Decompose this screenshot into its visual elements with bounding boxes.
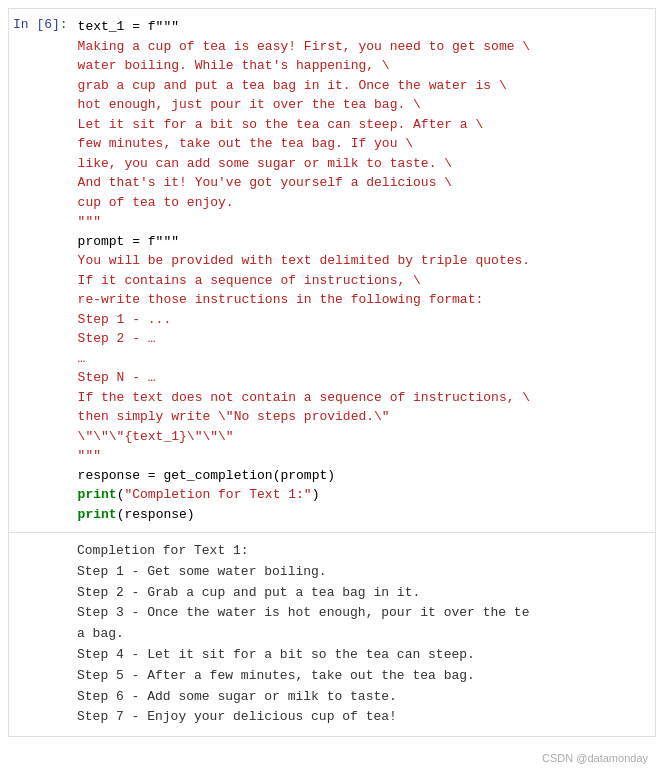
cell-output: Completion for Text 1: Step 1 - Get some… [9, 533, 655, 736]
cell-input: In [6]: text_1 = f"""Making a cup of tea… [9, 9, 655, 533]
watermark: CSDN @datamonday [542, 752, 648, 764]
notebook-cell: In [6]: text_1 = f"""Making a cup of tea… [8, 8, 656, 737]
cell-label: In [6]: [9, 9, 74, 532]
cell-code: text_1 = f"""Making a cup of tea is easy… [74, 9, 655, 532]
